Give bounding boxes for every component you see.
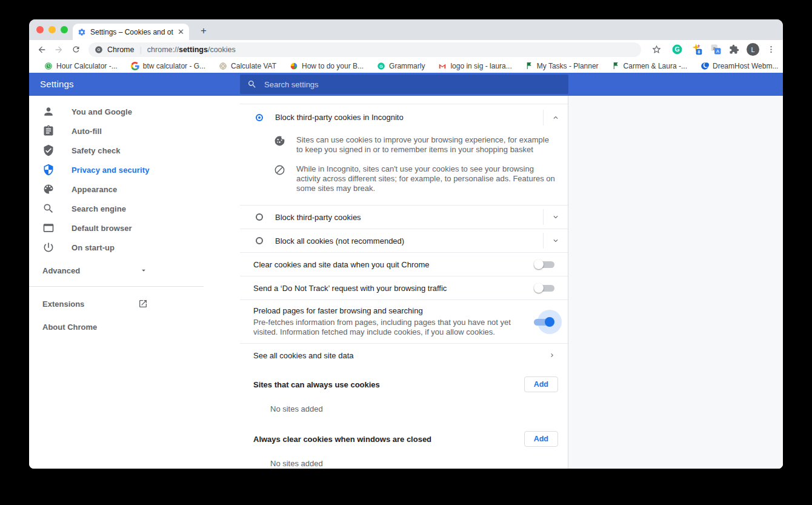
active-tab[interactable]: Settings – Cookies and other s ✕: [73, 24, 189, 40]
search-settings-input[interactable]: Search settings: [240, 75, 568, 94]
svg-text:8: 8: [697, 49, 700, 55]
site-name-label: Chrome: [107, 45, 134, 54]
open-in-new-icon: [138, 299, 148, 309]
google-favicon: [131, 62, 139, 70]
cookies-settings-panel: Block third-party cookies in Incognito S…: [240, 96, 568, 469]
sidebar-item-about-chrome[interactable]: About Chrome: [29, 316, 240, 338]
grammarly-extension-icon[interactable]: G: [671, 44, 683, 55]
minimize-window-button[interactable]: [48, 26, 56, 33]
sidebar-item-default-browser[interactable]: Default browser: [29, 218, 240, 238]
clock-favicon: [44, 62, 53, 70]
radio-selected-icon[interactable]: [256, 114, 263, 121]
sparkle-extension-icon[interactable]: 8: [690, 43, 703, 56]
bookmark-item[interactable]: Calculate VAT: [212, 60, 283, 72]
toggle-off[interactable]: [534, 260, 554, 269]
browser-window: Settings – Cookies and other s ✕ + Chrom…: [29, 19, 783, 469]
sidebar-item-safety-check[interactable]: Safety check: [29, 141, 240, 160]
planner-favicon: [612, 62, 620, 70]
sidebar-item-autofill[interactable]: Auto-fill: [29, 121, 240, 141]
settings-sidebar: You and Google Auto-fill Safety check Pr…: [29, 96, 240, 469]
sidebar-item-appearance[interactable]: Appearance: [29, 179, 240, 199]
radio-row-block-all-cookies[interactable]: Block all cookies (not recommended): [240, 229, 568, 252]
translate-extension-icon[interactable]: aA: [710, 44, 722, 55]
bookmark-item[interactable]: My Tasks - Planner: [519, 60, 605, 72]
search-icon: [247, 79, 257, 89]
svg-text:G: G: [379, 64, 383, 68]
sidebar-divider: [29, 286, 204, 287]
bookmarks-bar: Hour Calculator -... btw calculator - G.…: [29, 59, 783, 73]
expanded-description-area: Sites can use cookies to improve your br…: [240, 130, 568, 205]
expand-button[interactable]: [544, 206, 568, 229]
power-icon: [42, 241, 55, 253]
back-button[interactable]: [34, 42, 50, 58]
toggle-row-do-not-track: Send a ‘Do Not Track’ request with your …: [240, 276, 568, 299]
toggle-on[interactable]: [534, 318, 554, 326]
add-button[interactable]: Add: [524, 431, 558, 447]
bookmark-item[interactable]: Hour Calculator -...: [38, 60, 124, 72]
search-icon: [42, 202, 55, 215]
person-icon: [42, 105, 55, 118]
tab-close-icon[interactable]: ✕: [178, 28, 184, 36]
sidebar-item-on-startup[interactable]: On start-up: [29, 238, 240, 257]
radio-unselected-icon[interactable]: [256, 213, 263, 221]
sidebar-item-you-and-google[interactable]: You and Google: [29, 102, 240, 121]
toggle-row-clear-on-quit: Clear cookies and site data when you qui…: [240, 252, 568, 276]
grammarly-favicon: G: [377, 62, 385, 70]
reload-button[interactable]: [68, 42, 84, 58]
bookmark-item[interactable]: Carmen & Laura -...: [605, 60, 694, 72]
arrow-right-icon: [548, 352, 556, 359]
collapse-button[interactable]: [544, 104, 568, 130]
palette-icon: [42, 183, 55, 195]
expand-button[interactable]: [544, 229, 568, 252]
blocked-icon: [274, 164, 285, 193]
coin-favicon: [219, 62, 227, 70]
see-all-cookies-row[interactable]: See all cookies and site data: [240, 343, 568, 367]
extensions-puzzle-icon[interactable]: [729, 44, 739, 55]
tab-strip: Settings – Cookies and other s ✕ +: [29, 19, 783, 40]
search-placeholder: Search settings: [264, 80, 319, 89]
privacy-shield-icon: [42, 164, 55, 176]
page-background-area: [568, 96, 783, 469]
bookmark-item[interactable]: G Grammarly: [370, 60, 431, 72]
sidebar-item-search-engine[interactable]: Search engine: [29, 199, 240, 218]
section-always-use-cookies: Sites that can always use cookies Add: [240, 370, 568, 398]
bookmark-item[interactable]: btw calculator - G...: [124, 60, 212, 72]
dreamhost-favicon: [701, 62, 709, 70]
forward-button[interactable]: [51, 42, 67, 58]
bookmark-star-icon[interactable]: [648, 42, 664, 58]
omnibox-separator: |: [138, 45, 142, 54]
url-text: chrome://settings/cookies: [147, 45, 236, 54]
bookmark-item[interactable]: How to do your B...: [283, 60, 370, 72]
empty-list-row: No sites added: [240, 453, 568, 469]
bookmark-item[interactable]: logo in sig - laura...: [431, 60, 518, 72]
chevron-up-icon: [551, 113, 560, 122]
safety-check-icon: [42, 144, 55, 156]
radio-row-block-third-party[interactable]: Block third-party cookies: [240, 205, 568, 229]
sidebar-item-extensions[interactable]: Extensions: [29, 292, 148, 316]
fullscreen-window-button[interactable]: [61, 26, 68, 33]
section-clear-on-close: Always clear cookies when windows are cl…: [240, 425, 568, 453]
sidebar-item-privacy-and-security[interactable]: Privacy and security: [29, 160, 240, 179]
close-window-button[interactable]: [36, 26, 44, 33]
toggle-off[interactable]: [534, 284, 554, 292]
address-bar[interactable]: Chrome | chrome://settings/cookies: [88, 42, 641, 57]
svg-text:G: G: [675, 46, 680, 53]
gmail-favicon: [438, 62, 447, 70]
radio-row-block-third-party-incognito[interactable]: Block third-party cookies in Incognito: [240, 104, 568, 130]
toggle-row-preload-pages: Preload pages for faster browsing and se…: [240, 299, 568, 343]
browser-menu-icon[interactable]: [767, 45, 776, 54]
profile-avatar[interactable]: L: [747, 43, 759, 56]
bookmark-item[interactable]: DreamHost Webm...: [694, 60, 783, 72]
chevron-down-icon: [139, 266, 148, 275]
pie-chart-favicon: [290, 62, 298, 70]
tab-title: Settings – Cookies and other s: [90, 28, 173, 36]
sidebar-advanced-toggle[interactable]: Advanced: [29, 259, 148, 281]
radio-unselected-icon[interactable]: [256, 237, 263, 244]
cookie-icon: [274, 135, 285, 155]
add-button[interactable]: Add: [524, 376, 558, 392]
browser-toolbar: Chrome | chrome://settings/cookies G 8 a…: [29, 40, 783, 59]
autofill-icon: [42, 125, 55, 137]
new-tab-button[interactable]: +: [196, 24, 211, 38]
page-title: Settings: [40, 79, 74, 89]
description-row: Sites can use cookies to improve your br…: [240, 130, 568, 159]
